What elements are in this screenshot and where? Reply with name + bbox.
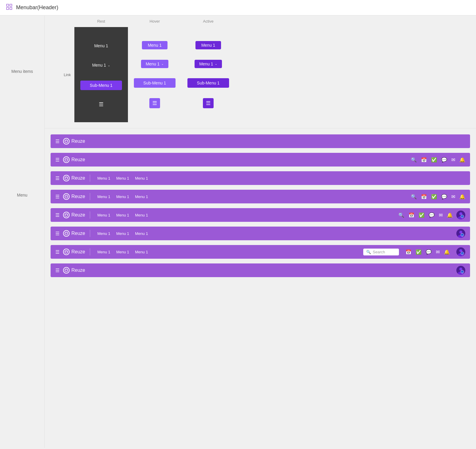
svg-rect-3 bbox=[10, 7, 12, 10]
hamburger-icon-7[interactable]: ☰ bbox=[55, 249, 60, 255]
hamburger-icon-6[interactable]: ☰ bbox=[55, 231, 60, 236]
nav-menu-item-7-1[interactable]: Menu 1 bbox=[95, 249, 112, 255]
child-link-active[interactable]: Sub-Menu 1 bbox=[187, 78, 229, 88]
checkbox-icon-5[interactable]: ✅ bbox=[419, 212, 425, 218]
nav-menu-item-7-2[interactable]: Menu 1 bbox=[114, 249, 131, 255]
navbar-7: ☰ Reuze Menu 1 Menu 1 Menu 1 🔍 Search bbox=[51, 245, 470, 259]
avatar-8[interactable]: + bbox=[456, 266, 465, 275]
nav-divider-4 bbox=[90, 193, 90, 200]
calendar-icon-5[interactable]: 📅 bbox=[408, 212, 414, 218]
nav-menu-item-3-3[interactable]: Menu 1 bbox=[133, 175, 150, 182]
svg-rect-2 bbox=[7, 7, 9, 10]
sidebar-label-menu-items: Menu items bbox=[11, 69, 33, 74]
link-rest[interactable]: Menu 1 bbox=[88, 42, 114, 50]
nav-menu-item-6-1[interactable]: Menu 1 bbox=[95, 230, 112, 237]
brand-icon-7 bbox=[63, 249, 70, 255]
mail-icon-7[interactable]: ✉ bbox=[436, 249, 440, 255]
hamburger-icon-2[interactable]: ☰ bbox=[55, 157, 60, 163]
brand-icon-6 bbox=[63, 230, 70, 237]
chat-icon-7[interactable]: 💬 bbox=[426, 249, 432, 255]
mail-icon-2[interactable]: ✉ bbox=[451, 157, 455, 163]
brand-name-2: Reuze bbox=[71, 157, 85, 162]
avatar-5[interactable]: + bbox=[456, 211, 465, 219]
avatar-7[interactable]: + bbox=[456, 247, 465, 256]
grid-icon bbox=[6, 4, 12, 12]
parent-link-rest[interactable]: Menu 1 ⌄ bbox=[86, 61, 116, 69]
bell-icon-5[interactable]: 🔔 bbox=[447, 212, 453, 218]
nav-menu-item-4-1[interactable]: Menu 1 bbox=[95, 193, 112, 200]
navbar-3: ☰ Reuze Menu 1 Menu 1 Menu 1 bbox=[51, 171, 470, 185]
nav-menu-item-6-2[interactable]: Menu 1 bbox=[114, 230, 131, 237]
calendar-icon-7[interactable]: 📅 bbox=[405, 249, 411, 255]
active-col: Menu 1 Menu 1 ⌄ Sub-Menu 1 ☰ bbox=[181, 27, 235, 122]
navbar-logo-6: Reuze bbox=[63, 230, 85, 237]
link-hover[interactable]: Menu 1 bbox=[142, 41, 168, 49]
nav-menu-item-4-3[interactable]: Menu 1 bbox=[133, 193, 150, 200]
calendar-icon-2[interactable]: 📅 bbox=[421, 157, 427, 163]
navbar-logo-8: Reuze bbox=[63, 267, 85, 274]
navbar-6: ☰ Reuze Menu 1 Menu 1 Menu 1 bbox=[51, 227, 470, 240]
navbar-icons-7: 📅 ✅ 💬 ✉ 🔔 bbox=[405, 249, 450, 255]
navbar-logo-5: Reuze bbox=[63, 212, 85, 218]
navbar-4: ☰ Reuze Menu 1 Menu 1 Menu 1 🔍 📅 bbox=[51, 190, 470, 203]
chat-icon-2[interactable]: 💬 bbox=[441, 157, 447, 163]
ham-menu-hover[interactable]: ☰ bbox=[149, 98, 160, 108]
mail-icon-5[interactable]: ✉ bbox=[439, 212, 443, 218]
search-icon-4[interactable]: 🔍 bbox=[411, 194, 417, 200]
nav-menu-item-5-3[interactable]: Menu 1 bbox=[133, 212, 150, 219]
nav-divider-5 bbox=[90, 211, 90, 219]
hamburger-icon-4[interactable]: ☰ bbox=[55, 194, 60, 200]
chat-icon-5[interactable]: 💬 bbox=[429, 212, 435, 218]
search-icon-5[interactable]: 🔍 bbox=[398, 212, 404, 218]
child-link-rest[interactable]: Sub-Menu 1 bbox=[80, 81, 122, 90]
bell-icon-2[interactable]: 🔔 bbox=[459, 157, 465, 163]
bell-icon-4[interactable]: 🔔 bbox=[459, 194, 465, 200]
brand-name-5: Reuze bbox=[71, 212, 85, 218]
chevron-down-icon-hover: ⌄ bbox=[161, 62, 164, 65]
state-rest-label: Rest bbox=[74, 19, 128, 23]
search-icon-2[interactable]: 🔍 bbox=[411, 157, 417, 163]
hamburger-icon-8[interactable]: ☰ bbox=[55, 268, 60, 273]
search-icon-box-7: 🔍 bbox=[366, 250, 371, 254]
hamburger-icon-5[interactable]: ☰ bbox=[55, 212, 60, 218]
nav-menu-5: Menu 1 Menu 1 Menu 1 bbox=[95, 212, 150, 219]
svg-text:+: + bbox=[462, 216, 463, 218]
link-active[interactable]: Menu 1 bbox=[195, 41, 221, 49]
brand-name-7: Reuze bbox=[71, 249, 85, 255]
brand-name-4: Reuze bbox=[71, 194, 85, 199]
nav-menu-item-4-2[interactable]: Menu 1 bbox=[114, 193, 131, 200]
svg-point-10 bbox=[459, 231, 462, 234]
child-link-hover[interactable]: Sub-Menu 1 bbox=[134, 78, 176, 88]
navbar-icons-2: 🔍 📅 ✅ 💬 ✉ 🔔 bbox=[411, 157, 465, 163]
nav-menu-item-3-2[interactable]: Menu 1 bbox=[114, 175, 131, 182]
checkbox-icon-4[interactable]: ✅ bbox=[431, 194, 437, 200]
hamburger-icon-1[interactable]: ☰ bbox=[55, 139, 60, 144]
ham-menu-active[interactable]: ☰ bbox=[203, 98, 214, 108]
mail-icon-4[interactable]: ✉ bbox=[451, 194, 455, 200]
navbar-logo-2: Reuze bbox=[63, 156, 85, 163]
calendar-icon-4[interactable]: 📅 bbox=[421, 194, 427, 200]
parent-link-hover[interactable]: Menu 1 ⌄ bbox=[141, 60, 169, 68]
state-hover-label: Hover bbox=[128, 19, 181, 23]
navbar-5: ☰ Reuze Menu 1 Menu 1 Menu 1 🔍 📅 bbox=[51, 208, 470, 222]
ham-menu-rest[interactable]: ☰ bbox=[99, 101, 104, 108]
hamburger-icon-3[interactable]: ☰ bbox=[55, 175, 60, 181]
parent-link-active[interactable]: Menu 1 ⌄ bbox=[195, 60, 222, 68]
nav-menu-item-7-3[interactable]: Menu 1 bbox=[133, 249, 150, 255]
chevron-down-icon: ⌄ bbox=[108, 64, 110, 67]
avatar-6[interactable]: + bbox=[456, 229, 465, 238]
svg-point-5 bbox=[459, 212, 462, 215]
chat-icon-4[interactable]: 💬 bbox=[441, 194, 447, 200]
nav-menu-item-5-2[interactable]: Menu 1 bbox=[114, 212, 131, 219]
rest-panel: Menu 1 Menu 1 ⌄ Sub-Menu 1 ☰ bbox=[74, 27, 128, 122]
nav-menu-3: Menu 1 Menu 1 Menu 1 bbox=[95, 175, 150, 182]
brand-name-1: Reuze bbox=[71, 139, 85, 144]
nav-menu-item-3-1[interactable]: Menu 1 bbox=[95, 175, 112, 182]
search-box-7[interactable]: 🔍 Search bbox=[363, 249, 399, 255]
bell-icon-7[interactable]: 🔔 bbox=[444, 249, 450, 255]
nav-menu-item-6-3[interactable]: Menu 1 bbox=[133, 230, 150, 237]
navbar-1: ☰ Reuze bbox=[51, 134, 470, 148]
checkbox-icon-7[interactable]: ✅ bbox=[416, 249, 422, 255]
nav-menu-item-5-1[interactable]: Menu 1 bbox=[95, 212, 112, 219]
checkbox-icon-2[interactable]: ✅ bbox=[431, 157, 437, 163]
